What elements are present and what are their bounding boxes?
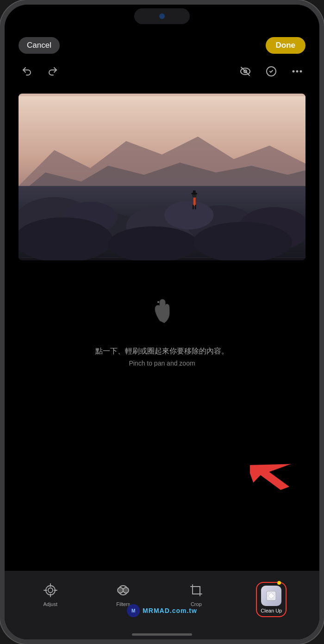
svg-marker-28 [250,451,298,491]
cancel-button[interactable]: Cancel [19,37,60,54]
top-controls: Cancel Done [5,32,319,58]
filters-icon [115,582,131,599]
svg-point-16 [164,201,214,229]
redo-icon[interactable] [44,63,61,80]
toolbar-item-adjust[interactable]: Adjust [32,578,69,611]
svg-point-37 [123,587,129,593]
svg-rect-26 [193,190,196,194]
gesture-icon [148,297,176,336]
phone-frame: Cancel Done [0,0,324,644]
edit-toolbar-icons [5,58,319,84]
hide-markup-icon[interactable] [237,63,254,80]
more-icon[interactable] [289,63,305,80]
cleanup-wrapper: Clean Up [256,582,287,617]
photo-area [19,94,305,260]
home-indicator [132,633,192,636]
markup-icon[interactable] [263,63,280,80]
svg-rect-38 [193,587,200,594]
svg-point-20 [193,222,292,260]
instruction-chinese: 點一下、輕刷或圈起來你要移除的內容。 [95,346,229,357]
cleanup-label: Clean Up [261,608,282,613]
svg-point-5 [296,70,299,73]
svg-point-27 [157,301,159,303]
toolbar-item-cleanup[interactable]: Clean Up [250,578,292,621]
status-bar [5,5,319,28]
svg-point-4 [293,70,295,73]
camera-pill [134,8,190,24]
watermark: M MRMAD.com.tw [127,604,197,617]
svg-point-36 [118,587,123,593]
done-button[interactable]: Done [266,37,306,54]
instruction-area: 點一下、輕刷或圈起來你要移除的內容。 Pinch to pan and zoom [5,270,319,382]
photo-image [19,94,305,260]
instruction-text: 點一下、輕刷或圈起來你要移除的內容。 Pinch to pan and zoom [95,346,229,368]
svg-point-30 [48,588,53,593]
adjust-icon [42,582,59,599]
camera-dot [159,13,165,19]
bottom-toolbar: Adjust Filters [5,571,319,639]
red-arrow [250,445,310,491]
watermark-text: MRMAD.com.tw [143,607,197,614]
svg-point-29 [46,586,55,595]
svg-point-6 [300,70,302,73]
instruction-english: Pinch to pan and zoom [95,359,229,368]
undo-icon[interactable] [19,63,35,80]
cleanup-icon-bg [261,586,281,606]
yellow-dot-indicator [277,581,281,585]
svg-rect-24 [195,205,196,209]
crop-icon [188,582,205,599]
watermark-logo: M [127,604,140,617]
adjust-label: Adjust [43,601,57,607]
right-icons [237,63,305,80]
svg-rect-23 [193,205,194,209]
phone-inner: Cancel Done [5,5,319,639]
